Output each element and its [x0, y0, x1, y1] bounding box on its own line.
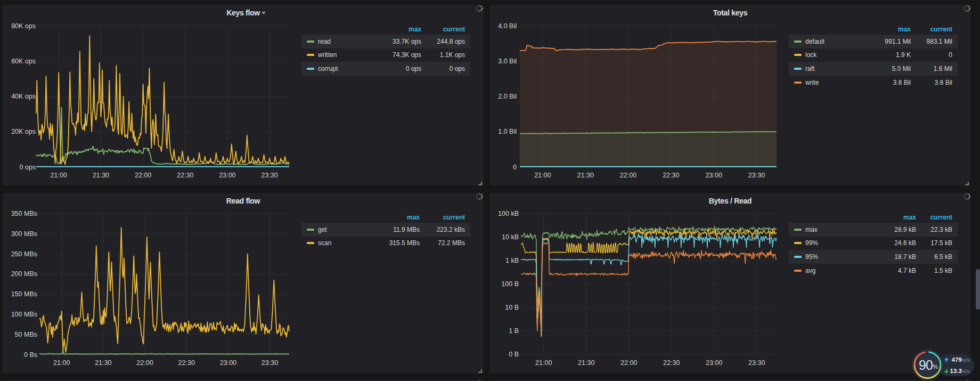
svg-text:23:00: 23:00 — [220, 359, 236, 367]
svg-text:23:30: 23:30 — [261, 172, 277, 179]
svg-text:10 kB: 10 kB — [502, 233, 519, 241]
svg-text:21:30: 21:30 — [93, 172, 109, 179]
svg-text:21:30: 21:30 — [577, 172, 594, 179]
svg-text:22:30: 22:30 — [663, 359, 680, 367]
svg-text:90: 90 — [919, 358, 933, 372]
svg-text:50 MBs: 50 MBs — [15, 331, 37, 338]
svg-text:1 kB: 1 kB — [505, 257, 519, 264]
svg-text:K/s: K/s — [962, 357, 970, 363]
svg-text:100 kB: 100 kB — [498, 210, 519, 217]
svg-text:21:30: 21:30 — [578, 359, 594, 367]
svg-text:21:00: 21:00 — [535, 359, 552, 367]
svg-text:23:00: 23:00 — [706, 172, 722, 179]
svg-text:1.0 Bil: 1.0 Bil — [498, 128, 517, 135]
svg-text:100 MBs: 100 MBs — [11, 311, 37, 318]
svg-text:22:00: 22:00 — [135, 172, 151, 179]
svg-text:80K ops: 80K ops — [11, 22, 36, 30]
svg-text:22:00: 22:00 — [136, 359, 153, 367]
svg-text:350 MBs: 350 MBs — [11, 210, 37, 217]
svg-text:4.0 Bil: 4.0 Bil — [498, 22, 517, 30]
svg-text:250 MBs: 250 MBs — [11, 250, 37, 258]
svg-text:23:30: 23:30 — [262, 359, 278, 367]
svg-text:100 B: 100 B — [501, 280, 519, 288]
svg-text:1 B: 1 B — [509, 327, 519, 335]
svg-text:%: % — [933, 363, 938, 370]
svg-text:200 MBs: 200 MBs — [11, 270, 37, 278]
svg-text:22:30: 22:30 — [178, 359, 195, 367]
svg-text:22:30: 22:30 — [663, 172, 679, 179]
svg-text:40K ops: 40K ops — [11, 93, 36, 100]
svg-text:21:00: 21:00 — [53, 359, 70, 367]
svg-text:0: 0 — [513, 164, 517, 171]
svg-text:0 ops: 0 ops — [19, 164, 36, 171]
svg-text:10 B: 10 B — [505, 304, 519, 311]
svg-text:0 B: 0 B — [509, 351, 519, 358]
svg-text:22:00: 22:00 — [620, 172, 636, 179]
svg-text:21:30: 21:30 — [95, 359, 111, 367]
svg-text:21:00: 21:00 — [534, 172, 551, 179]
svg-text:23:00: 23:00 — [219, 172, 235, 179]
svg-text:2.0 Bil: 2.0 Bil — [498, 93, 517, 100]
svg-text:13.3: 13.3 — [950, 368, 962, 374]
svg-text:K/s: K/s — [962, 368, 970, 374]
svg-text:23:30: 23:30 — [748, 172, 765, 179]
svg-text:22:30: 22:30 — [177, 172, 193, 179]
svg-text:150 MBs: 150 MBs — [11, 290, 37, 298]
svg-text:3.0 Bil: 3.0 Bil — [498, 58, 517, 65]
svg-text:60K ops: 60K ops — [11, 58, 36, 65]
svg-text:21:00: 21:00 — [51, 172, 67, 179]
svg-text:22:00: 22:00 — [620, 359, 637, 367]
svg-text:0 Bs: 0 Bs — [24, 351, 37, 359]
svg-text:23:30: 23:30 — [748, 359, 765, 367]
svg-text:20K ops: 20K ops — [11, 128, 36, 135]
svg-text:479: 479 — [952, 356, 962, 363]
svg-text:23:00: 23:00 — [706, 359, 722, 367]
svg-text:300 MBs: 300 MBs — [11, 230, 37, 238]
